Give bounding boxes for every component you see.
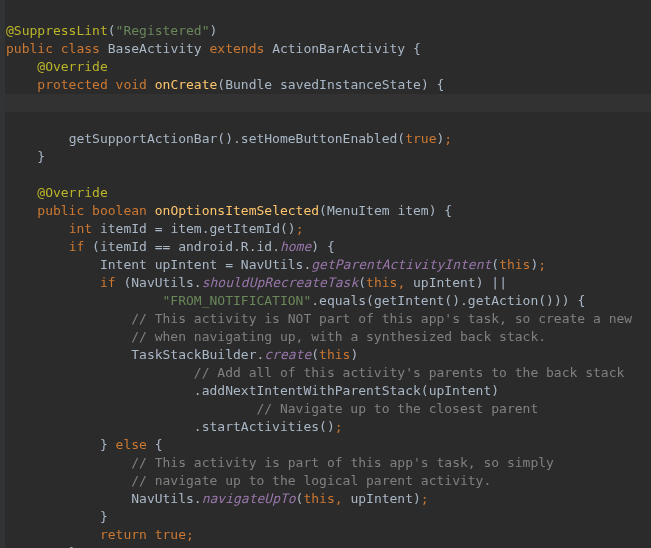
- code-line: public class BaseActivity extends Action…: [6, 41, 421, 56]
- code-line: // navigate up to the logical parent act…: [6, 473, 491, 488]
- code-line: // This activity is part of this app's t…: [6, 455, 554, 470]
- code-line: [6, 113, 14, 128]
- code-line: @Override: [6, 185, 108, 200]
- code-line: TaskStackBuilder.create(this): [6, 347, 358, 362]
- code-line: "FROM_NOTIFICATION".equals(getIntent().g…: [6, 293, 585, 308]
- gutter: [0, 0, 5, 548]
- code-line: // Add all of this activity's parents to…: [6, 365, 624, 380]
- code-line: .addNextIntentWithParentStack(upIntent): [6, 383, 499, 398]
- code-line: // Navigate up to the closest parent: [6, 401, 538, 416]
- code-line: [6, 167, 14, 182]
- code-line: protected void onCreate(Bundle savedInst…: [6, 77, 444, 92]
- code-line: @Override: [6, 59, 108, 74]
- code-line: int itemId = item.getItemId();: [6, 221, 303, 236]
- code-line: // This activity is NOT part of this app…: [6, 311, 632, 326]
- code-line: if (itemId == android.R.id.home) {: [6, 239, 335, 254]
- code-line: if (NavUtils.shouldUpRecreateTask(this, …: [6, 275, 507, 290]
- code-line: } else {: [6, 437, 163, 452]
- current-line-highlight: [5, 94, 651, 112]
- code-line: Intent upIntent = NavUtils.getParentActi…: [6, 257, 546, 272]
- code-line: NavUtils.navigateUpTo(this, upIntent);: [6, 491, 429, 506]
- code-line: }: [6, 149, 45, 164]
- code-line: return true;: [6, 527, 194, 542]
- code-line: .startActivities();: [6, 419, 343, 434]
- code-line: }: [6, 509, 108, 524]
- code-editor[interactable]: @SuppressLint("Registered") public class…: [0, 0, 651, 548]
- code-line: public boolean onOptionsItemSelected(Men…: [6, 203, 452, 218]
- code-content: @SuppressLint("Registered") public class…: [0, 4, 651, 548]
- code-line: // when navigating up, with a synthesize…: [6, 329, 546, 344]
- code-line: getSupportActionBar().setHomeButtonEnabl…: [6, 131, 452, 146]
- code-line: @SuppressLint("Registered"): [6, 23, 217, 38]
